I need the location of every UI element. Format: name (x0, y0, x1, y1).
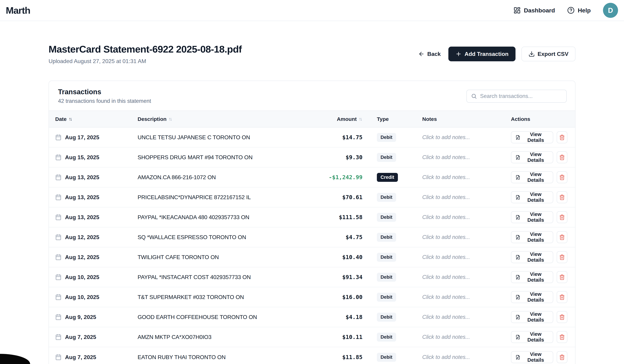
notes-field[interactable]: Click to add notes... (422, 294, 511, 300)
view-details-button[interactable]: View Details (511, 251, 553, 263)
delete-button[interactable] (557, 271, 567, 283)
nav-help-label: Help (578, 7, 591, 14)
transaction-date-cell: Aug 17, 2025 (55, 134, 138, 141)
view-details-button[interactable]: View Details (511, 151, 553, 163)
view-details-button[interactable]: View Details (511, 211, 553, 223)
transaction-type-badge: Debit (377, 333, 396, 341)
column-header-date[interactable]: Date ↑↓ (55, 116, 138, 122)
delete-button[interactable] (557, 351, 567, 363)
delete-button[interactable] (557, 291, 567, 303)
transaction-description: PRICELABSINC*DYNAPRICE 8722167152 IL (138, 194, 303, 201)
row-actions: View Details (511, 271, 567, 283)
view-details-button[interactable]: View Details (511, 231, 553, 243)
export-csv-button[interactable]: Export CSV (521, 47, 575, 61)
page-title: MasterCard Statement-6922 2025-08-18.pdf (49, 44, 242, 55)
transaction-type-badge: Debit (377, 293, 396, 302)
notes-field[interactable]: Click to add notes... (422, 154, 511, 160)
transaction-date: Aug 17, 2025 (65, 134, 99, 141)
notes-field[interactable]: Click to add notes... (422, 134, 511, 141)
row-actions: View Details (511, 351, 567, 363)
notes-field[interactable]: Click to add notes... (422, 334, 511, 340)
search-box[interactable] (467, 90, 567, 103)
transaction-description: T&T SUPERMARKET #032 TORONTO ON (138, 294, 303, 300)
notes-field[interactable]: Click to add notes... (422, 194, 511, 200)
view-details-button[interactable]: View Details (511, 131, 553, 143)
trash-icon (559, 214, 565, 220)
nav-dashboard[interactable]: Dashboard (513, 7, 555, 14)
notes-field[interactable]: Click to add notes... (422, 254, 511, 260)
table-row: Aug 7, 2025 AMZN MKTP CA*XO07H0IO3 $10.1… (49, 327, 575, 347)
view-details-button[interactable]: View Details (511, 171, 553, 183)
transaction-date-cell: Aug 13, 2025 (55, 194, 138, 201)
notes-field[interactable]: Click to add notes... (422, 274, 511, 280)
view-details-label: View Details (523, 171, 549, 183)
help-icon (567, 7, 574, 14)
transaction-type-badge: Credit (377, 173, 398, 182)
notes-field[interactable]: Click to add notes... (422, 354, 511, 360)
notes-field[interactable]: Click to add notes... (422, 214, 511, 220)
delete-button[interactable] (557, 131, 567, 143)
file-pen-icon (516, 155, 520, 160)
calendar-icon (55, 334, 61, 340)
view-details-label: View Details (523, 151, 549, 163)
delete-button[interactable] (557, 231, 567, 243)
delete-button[interactable] (557, 171, 567, 183)
delete-button[interactable] (557, 151, 567, 163)
notes-field[interactable]: Click to add notes... (422, 174, 511, 180)
transaction-date-cell: Aug 15, 2025 (55, 154, 138, 161)
transaction-type-badge: Debit (377, 273, 396, 282)
view-details-button[interactable]: View Details (511, 331, 553, 343)
view-details-button[interactable]: View Details (511, 271, 553, 283)
transaction-date: Aug 13, 2025 (65, 214, 99, 220)
transaction-date: Aug 12, 2025 (65, 254, 99, 261)
add-transaction-label: Add Transaction (465, 51, 509, 57)
transaction-amount: $4.18 (303, 314, 363, 320)
transaction-date: Aug 9, 2025 (65, 314, 96, 320)
delete-button[interactable] (557, 251, 567, 263)
view-details-button[interactable]: View Details (511, 191, 553, 203)
transaction-description: EATON RUBY THAI TORONTO ON (138, 354, 303, 361)
transaction-type-cell: Debit (363, 153, 422, 162)
delete-button[interactable] (557, 311, 567, 323)
file-pen-icon (516, 194, 520, 200)
user-avatar[interactable]: D (603, 3, 618, 18)
add-transaction-button[interactable]: Add Transaction (448, 47, 516, 61)
notes-field[interactable]: Click to add notes... (422, 234, 511, 240)
transaction-description: PAYPAL *IKEACANADA 480 4029357733 ON (138, 214, 303, 220)
transaction-type-cell: Debit (363, 213, 422, 222)
transaction-type-badge: Debit (377, 153, 396, 162)
column-header-description[interactable]: Description ↑↓ (138, 116, 303, 122)
column-header-amount-label: Amount (337, 116, 357, 122)
transaction-date-cell: Aug 13, 2025 (55, 214, 138, 220)
column-header-date-label: Date (55, 116, 67, 122)
view-details-button[interactable]: View Details (511, 291, 553, 303)
row-actions: View Details (511, 211, 567, 223)
transaction-date: Aug 7, 2025 (65, 354, 96, 361)
table-row: Aug 13, 2025 PRICELABSINC*DYNAPRICE 8722… (49, 187, 575, 207)
column-header-amount[interactable]: Amount ↑↓ (303, 116, 363, 122)
delete-button[interactable] (557, 331, 567, 343)
trash-icon (559, 314, 565, 320)
transaction-type-cell: Debit (363, 333, 422, 341)
view-details-button[interactable]: View Details (511, 351, 553, 363)
back-button[interactable]: Back (416, 47, 442, 61)
search-icon (471, 93, 477, 99)
transaction-date-cell: Aug 7, 2025 (55, 334, 138, 340)
trash-icon (559, 174, 565, 180)
transaction-type-cell: Debit (363, 133, 422, 142)
transaction-description: TWILIGHT CAFE TORONTO ON (138, 254, 303, 261)
table-row: Aug 12, 2025 TWILIGHT CAFE TORONTO ON $1… (49, 247, 575, 267)
transaction-amount: $11.85 (303, 354, 363, 361)
table-row: Aug 17, 2025 UNCLE TETSU JAPANESE C TORO… (49, 127, 575, 147)
transaction-type-cell: Credit (363, 173, 422, 182)
delete-button[interactable] (557, 191, 567, 203)
nav-help[interactable]: Help (567, 7, 591, 14)
view-details-label: View Details (523, 331, 549, 343)
export-csv-label: Export CSV (538, 51, 569, 57)
table-row: Aug 13, 2025 AMAZON.CA 866-216-1072 ON -… (49, 168, 575, 187)
transactions-title-block: Transactions 42 transactions found in th… (58, 88, 151, 104)
search-input[interactable] (480, 93, 562, 99)
view-details-button[interactable]: View Details (511, 311, 553, 323)
delete-button[interactable] (557, 211, 567, 223)
notes-field[interactable]: Click to add notes... (422, 314, 511, 320)
